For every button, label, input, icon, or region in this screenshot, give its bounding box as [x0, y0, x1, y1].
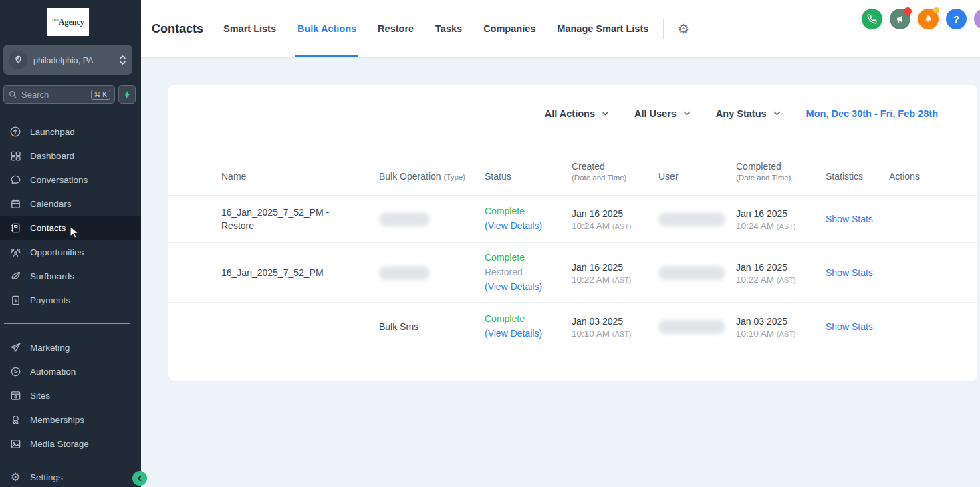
time-text: 10:10 AM: [572, 329, 610, 339]
table-header: Name Bulk Operation (Type) Status Create…: [168, 142, 977, 195]
location-city: philadelphia, PA: [33, 56, 93, 65]
sidebar-item-calendars[interactable]: Calendars: [0, 192, 141, 216]
row-status: Complete (View Details): [485, 204, 572, 233]
created-date: Jan 16 2025: [572, 207, 658, 221]
sidebar-item-marketing[interactable]: Marketing: [0, 335, 141, 359]
col-header-bulk-operation: Bulk Operation (Type): [379, 171, 485, 182]
sidebar-item-dashboard[interactable]: Dashboard: [0, 144, 141, 168]
sidebar-item-media-storage[interactable]: Media Storage: [0, 432, 141, 456]
sidebar-item-label: Opportunities: [30, 247, 84, 257]
quick-actions-button[interactable]: [118, 85, 136, 104]
announcements-button[interactable]: [890, 9, 910, 29]
agency-logo: TheAgency: [47, 8, 89, 36]
sidebar-item-surfboards[interactable]: Surfboards: [0, 264, 141, 288]
timezone-text: (AST): [777, 330, 796, 338]
notifications-button[interactable]: [918, 9, 939, 29]
view-details-link[interactable]: (View Details): [485, 280, 572, 295]
sidebar-item-conversations[interactable]: Conversations: [0, 168, 141, 192]
location-switcher[interactable]: philadelphia, PA: [3, 45, 132, 75]
sidebar-item-settings[interactable]: ⚙ Settings: [0, 465, 141, 487]
tab-restore[interactable]: Restore: [378, 0, 414, 57]
sidebar-item-label: Conversations: [30, 175, 88, 185]
timezone-text: (AST): [777, 276, 796, 284]
tab-bulk-actions[interactable]: Bulk Actions: [297, 0, 356, 57]
show-stats-link[interactable]: Show Stats: [826, 214, 873, 224]
help-button[interactable]: ?: [946, 9, 967, 29]
show-stats-link[interactable]: Show Stats: [826, 267, 873, 278]
media-storage-icon: [9, 438, 21, 450]
col-header-text: Created: [572, 161, 658, 172]
surfboards-icon: [9, 270, 21, 282]
bulk-actions-card: All Actions All Users Any Status Mon, De…: [168, 85, 977, 381]
sidebar-item-label: Sites: [30, 391, 50, 401]
sidebar-item-contacts[interactable]: Contacts: [0, 216, 141, 240]
logo-text: Agency: [59, 17, 84, 27]
tab-companies[interactable]: Companies: [483, 0, 535, 57]
col-header-sub: (Date and Time): [572, 174, 658, 182]
tab-manage-smart-lists[interactable]: Manage Smart Lists: [557, 0, 648, 57]
contacts-settings-gear-icon[interactable]: ⚙: [677, 22, 689, 35]
sidebar-item-launchpad[interactable]: Launchpad: [0, 120, 141, 144]
sidebar-item-label: Surfboards: [30, 271, 74, 281]
tab-label: Tasks: [435, 23, 462, 34]
sidebar-item-payments[interactable]: $ Payments: [0, 288, 141, 312]
contacts-icon: [9, 222, 21, 234]
show-stats-link[interactable]: Show Stats: [826, 321, 873, 332]
sidebar-item-label: Marketing: [30, 343, 70, 353]
date-range-picker[interactable]: Mon, Dec 30th - Fri, Feb 28th: [806, 108, 938, 119]
logo-prefix: The: [51, 18, 59, 22]
all-users-dropdown[interactable]: All Users: [634, 108, 691, 119]
tab-divider: [663, 19, 664, 39]
search-placeholder: Search: [21, 90, 91, 100]
phone-button[interactable]: [862, 9, 882, 29]
chevron-updown-icon: [119, 54, 126, 66]
table-row: Bulk Sms Complete (View Details) Jan 03 …: [168, 302, 977, 351]
any-status-dropdown[interactable]: Any Status: [716, 108, 781, 119]
timezone-text: (AST): [612, 222, 632, 230]
col-header-status: Status: [485, 171, 572, 182]
sidebar-item-label: Launchpad: [30, 127, 75, 137]
row-user: [658, 266, 736, 280]
row-status: Complete Restored (View Details): [485, 251, 572, 294]
chevron-left-icon: [136, 475, 143, 482]
time-text: 10:24 AM: [572, 221, 610, 231]
sidebar-item-sites[interactable]: Sites: [0, 383, 141, 408]
timezone-text: (AST): [777, 222, 796, 230]
sidebar-collapse-button[interactable]: [132, 471, 147, 486]
dashboard-icon: [9, 150, 21, 162]
main-content: All Actions All Users Any Status Mon, De…: [141, 58, 980, 487]
sidebar-item-memberships[interactable]: Memberships: [0, 408, 141, 432]
avatar[interactable]: A: [974, 9, 980, 29]
row-user: [658, 320, 736, 334]
col-header-created: Created(Date and Time): [572, 161, 658, 182]
sidebar-item-automation[interactable]: Automation: [0, 359, 141, 383]
any-status-label: Any Status: [716, 108, 767, 119]
notification-dot-amber: [933, 7, 939, 13]
created-date: Jan 16 2025: [572, 261, 658, 275]
all-actions-dropdown[interactable]: All Actions: [545, 108, 609, 119]
sidebar-item-label: Payments: [30, 295, 70, 305]
row-name: 16_Jan_2025_7_52_PM: [221, 266, 379, 279]
table-row: 16_Jan_2025_7_52_PM - Restore Complete (…: [168, 195, 977, 242]
tab-smart-lists[interactable]: Smart Lists: [223, 0, 276, 57]
marketing-icon: [9, 341, 21, 353]
row-operation: [379, 266, 485, 280]
tab-tasks[interactable]: Tasks: [435, 0, 462, 57]
gear-icon: ⚙: [9, 471, 21, 483]
sidebar-item-opportunities[interactable]: Opportunities: [0, 240, 141, 264]
sidebar-item-label: Dashboard: [30, 151, 74, 161]
filter-row: All Actions All Users Any Status Mon, De…: [168, 85, 977, 142]
sidebar-item-label: Memberships: [30, 415, 84, 425]
time-text: 10:22 AM: [572, 275, 610, 285]
notification-dot-red: [904, 7, 912, 15]
view-details-link[interactable]: (View Details): [485, 327, 572, 341]
view-details-link[interactable]: (View Details): [485, 219, 572, 234]
question-mark-icon: ?: [953, 13, 959, 25]
time-text: 10:22 AM: [736, 275, 774, 285]
search-input[interactable]: Search ⌘ K: [3, 85, 115, 104]
location-info: philadelphia, PA: [33, 54, 119, 66]
operation-text: Bulk Sms: [379, 321, 418, 332]
row-statistics: Show Stats: [826, 267, 889, 279]
lightning-bolt-icon: [124, 90, 131, 100]
row-user: [658, 212, 736, 226]
